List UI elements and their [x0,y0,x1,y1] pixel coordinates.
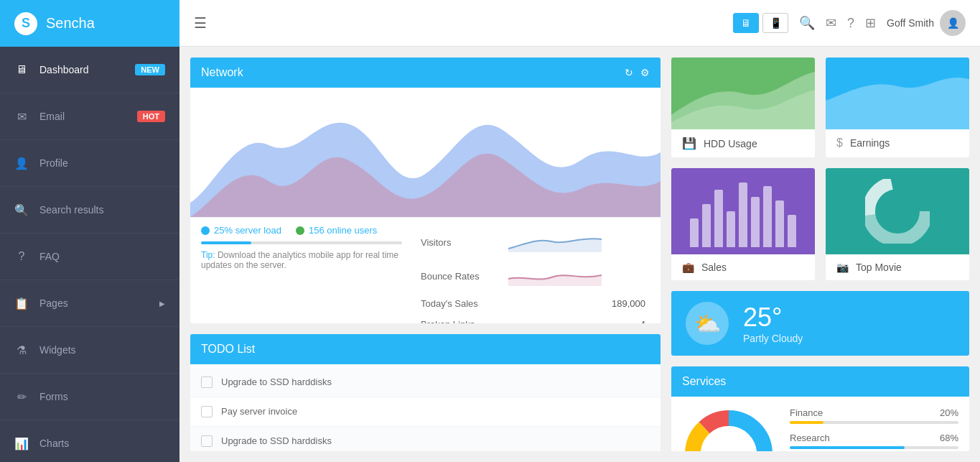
refresh-icon[interactable]: ↻ [625,67,633,78]
top-movie-widget: 📷 Top Movie [826,168,969,280]
todays-sales-value: 189,000 [608,294,648,313]
todo-title: TODO List [201,343,255,356]
services-header: Services [671,366,969,397]
settings-icon[interactable]: ⚙ [640,67,650,78]
grid-topbar-icon[interactable]: ⊞ [865,15,876,31]
service-label: Finance 20% [790,407,958,418]
sidebar-logo: S Sencha [0,0,179,47]
sidebar-item-label: Dashboard [39,64,135,75]
online-users-badge: 156 online users [296,225,377,236]
logo-symbol: S [22,16,30,31]
bar [788,215,796,247]
earnings-footer: $ Earnings [826,129,969,157]
right-column: 💾 HDD Usage $ Earnings [671,57,969,451]
topbar: ☰ 🖥 📱 🔍 ✉ ? ⊞ Goff Smith 👤 [179,0,980,47]
visitors-label: Visitors [418,226,504,259]
todo-checkbox-1[interactable] [201,376,213,388]
sales-widget: 💼 Sales [671,168,815,280]
bar [751,197,760,247]
todo-text: Upgrade to SSD harddisks [221,435,332,446]
sidebar-item-faq[interactable]: ? FAQ [0,234,179,280]
finance-bar [790,421,958,424]
tip-text: Download the analytics mobile app for re… [201,250,398,270]
visitors-chart [505,226,607,259]
network-title: Network [201,66,243,79]
help-topbar-icon[interactable]: ? [847,16,854,31]
top-movie-chart [826,168,969,254]
tip-label: Tip: [201,250,215,260]
todo-item: Upgrade to SSD harddisks [190,368,661,397]
todays-sales-label: Today's Sales [418,294,504,313]
sales-icon: 💼 [682,262,694,273]
hdd-icon: 💾 [682,137,696,150]
stat-right-panel: Visitors Bounce Rates [416,225,650,323]
sidebar-item-email[interactable]: ✉ Email HOT [0,93,179,140]
sidebar-item-charts[interactable]: 📊 Charts [0,420,179,462]
sidebar-item-profile[interactable]: 👤 Profile [0,140,179,187]
forms-icon: ✏ [14,390,29,404]
topbar-actions: 🖥 📱 🔍 ✉ ? ⊞ Goff Smith 👤 [733,10,966,36]
svg-point-2 [878,192,917,231]
todo-item: Pay server invoice [190,397,661,427]
sidebar-nav: 🖥 Dashboard NEW ✉ Email HOT 👤 Profile 🔍 … [0,47,179,462]
sidebar-item-dashboard[interactable]: 🖥 Dashboard NEW [0,47,179,93]
bar [739,183,747,247]
network-tip: Tip: Download the analytics mobile app f… [201,250,402,270]
research-bar [790,446,958,449]
todo-checkbox-3[interactable] [201,435,213,447]
sidebar-item-widgets[interactable]: ⚗ Widgets [0,327,179,374]
dashboard-icon: 🖥 [14,63,29,76]
sidebar-item-label: Email [39,111,137,122]
broken-links-value: 4 [608,315,648,323]
search-topbar-icon[interactable]: 🔍 [799,15,815,31]
table-row: Broken Links 4 [418,315,648,323]
table-row: Bounce Rates [418,260,648,292]
movie-icon: 📷 [836,262,849,273]
sidebar-item-label: Profile [39,157,165,169]
bounce-chart [505,260,607,292]
avatar: 👤 [940,10,966,36]
todo-list: Upgrade to SSD harddisks Pay server invo… [190,364,661,451]
table-row: Today's Sales 189,000 [418,294,648,313]
charts-icon: 📊 [14,437,29,451]
services-widget: Services [671,366,969,451]
todo-text: Pay server invoice [221,406,297,417]
earnings-label: Earnings [850,137,890,149]
finance-value: 20% [940,407,958,418]
tablet-device-button[interactable]: 📱 [762,13,788,33]
online-users-dot [296,226,304,235]
faq-icon: ? [14,250,29,263]
medium-widgets: 💼 Sales 📷 Top Movie [671,168,969,280]
mail-topbar-icon[interactable]: ✉ [826,15,836,31]
sidebar-item-label: Forms [39,391,165,402]
network-chart [190,88,661,217]
user-menu[interactable]: Goff Smith 👤 [887,10,966,36]
sales-label: Sales [701,262,727,273]
network-header-actions: ↻ ⚙ [625,67,650,78]
sidebar-item-pages[interactable]: 📋 Pages ▶ [0,280,179,327]
sales-footer: 💼 Sales [671,254,815,280]
network-widget-header: Network ↻ ⚙ [190,57,661,88]
sidebar-item-forms[interactable]: ✏ Forms [0,374,179,420]
search-icon: 🔍 [14,203,29,217]
top-movie-footer: 📷 Top Movie [826,254,969,280]
dashboard-badge: NEW [135,64,165,75]
services-content: Finance 20% Research 68% [671,397,969,451]
weather-icon: ⛅ [686,302,729,345]
server-load-badge: 25% server load [201,225,281,236]
sales-chart [671,168,815,254]
left-column: Network ↻ ⚙ [190,57,661,451]
sidebar-item-search[interactable]: 🔍 Search results [0,187,179,234]
stats-table: Visitors Bounce Rates [416,225,650,323]
menu-hamburger-icon[interactable]: ☰ [194,14,207,32]
todo-checkbox-2[interactable] [201,406,213,417]
research-label: Research [790,433,830,443]
todo-text: Upgrade to SSD harddisks [221,376,332,387]
online-users-value: 156 online users [309,225,377,236]
services-donut [682,407,775,451]
desktop-device-button[interactable]: 🖥 [733,13,759,33]
bar [763,186,772,247]
email-badge: HOT [137,111,165,122]
table-row: Visitors [418,226,648,259]
sidebar: S Sencha 🖥 Dashboard NEW ✉ Email HOT 👤 P… [0,0,179,462]
